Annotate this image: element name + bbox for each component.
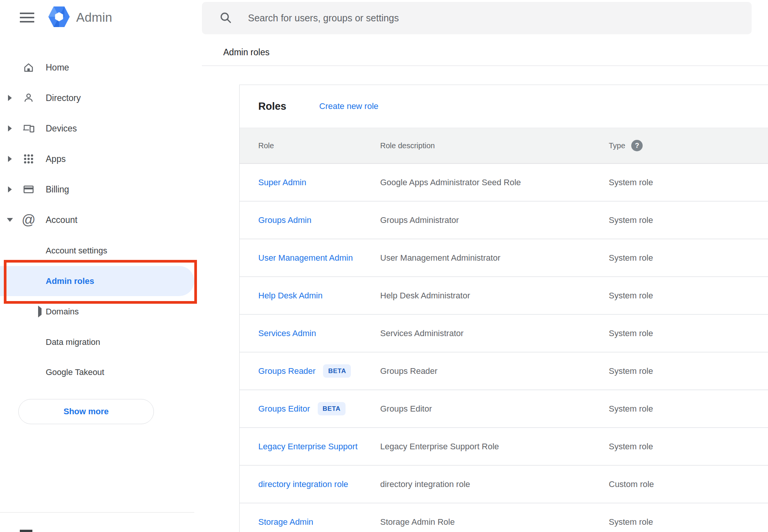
- column-header-role: Role: [240, 141, 380, 150]
- role-type: System role: [609, 178, 768, 187]
- admin-hexagon-logo-icon: [48, 6, 70, 29]
- table-row: Groups Editor BETA Groups Editor System …: [240, 390, 768, 428]
- sidebar-divider: [0, 512, 194, 513]
- role-description: Groups Reader: [380, 366, 609, 376]
- role-description: Storage Admin Role: [380, 517, 609, 527]
- role-type: System role: [609, 215, 768, 225]
- collapse-arrow-icon[interactable]: [7, 218, 13, 222]
- billing-card-icon: [22, 183, 35, 196]
- sidebar-item-billing[interactable]: Billing: [0, 174, 194, 205]
- role-description: directory integration role: [380, 479, 609, 489]
- role-description: Legacy Enterprise Support Role: [380, 442, 609, 452]
- table-row: Legacy Enterprise Support Legacy Enterpr…: [240, 428, 768, 466]
- expand-arrow-icon[interactable]: [7, 186, 13, 192]
- expand-arrow-icon[interactable]: [7, 125, 13, 131]
- table-row: directory integration role directory int…: [240, 466, 768, 503]
- sidebar-item-google-takeout[interactable]: Google Takeout: [0, 357, 194, 388]
- role-link[interactable]: User Management Admin: [258, 253, 353, 263]
- sidebar-item-apps[interactable]: Apps: [0, 144, 194, 174]
- expand-arrow-icon[interactable]: [7, 95, 13, 101]
- role-description: Services Administrator: [380, 328, 609, 338]
- person-icon: [22, 91, 35, 105]
- sidebar-item-data-migration[interactable]: Data migration: [0, 327, 194, 357]
- role-type: System role: [609, 253, 768, 263]
- sidebar-item-devices[interactable]: Devices: [0, 113, 194, 144]
- search-icon: [219, 11, 232, 26]
- table-row: Groups Admin Groups Administrator System…: [240, 202, 768, 239]
- sidebar-item-label: Billing: [46, 184, 69, 195]
- sidebar-item-label: Account: [46, 215, 77, 225]
- role-type: System role: [609, 328, 768, 338]
- show-more-button[interactable]: Show more: [18, 399, 154, 424]
- home-icon: [22, 61, 35, 74]
- roles-card: Roles Create new role Role Role descript…: [239, 85, 768, 532]
- sidebar-item-label: Home: [46, 62, 69, 73]
- column-header-description: Role description: [380, 141, 609, 150]
- table-row: User Management Admin User Management Ad…: [240, 239, 768, 277]
- sidebar-item-label: Devices: [46, 123, 77, 134]
- table-row: Services Admin Services Administrator Sy…: [240, 315, 768, 353]
- role-description: Help Desk Administrator: [380, 291, 609, 301]
- role-link[interactable]: Groups Admin: [258, 215, 311, 225]
- role-description: User Management Administrator: [380, 253, 609, 263]
- role-link[interactable]: Groups Editor: [258, 404, 310, 414]
- help-icon[interactable]: ?: [631, 140, 643, 151]
- clipped-icon-fragment: [20, 530, 32, 532]
- role-link[interactable]: directory integration role: [258, 479, 348, 489]
- role-type: System role: [609, 442, 768, 452]
- sidebar-item-label: Google Takeout: [46, 367, 104, 377]
- role-description: Groups Administrator: [380, 215, 609, 225]
- expand-arrow-icon[interactable]: [38, 308, 42, 315]
- role-type: System role: [609, 366, 768, 376]
- admin-logo[interactable]: Admin: [48, 6, 112, 29]
- sidebar-item-label: Domains: [46, 307, 79, 317]
- table-row: Storage Admin Storage Admin Role System …: [240, 503, 768, 532]
- sidebar-item-label: Directory: [46, 93, 81, 103]
- role-description: Google Apps Administrator Seed Role: [380, 178, 609, 187]
- search-input[interactable]: [247, 12, 704, 24]
- role-link[interactable]: Groups Reader: [258, 366, 315, 376]
- role-link[interactable]: Help Desk Admin: [258, 291, 323, 301]
- devices-icon: [22, 122, 35, 135]
- create-new-role-link[interactable]: Create new role: [319, 101, 378, 111]
- role-type: System role: [609, 517, 768, 527]
- breadcrumb: Admin roles: [223, 47, 269, 58]
- table-header-row: Role Role description Type ?: [240, 128, 768, 164]
- table-row: Help Desk Admin Help Desk Administrator …: [240, 277, 768, 315]
- admin-console-screen: Admin Admin roles Home Dir: [0, 0, 768, 532]
- sidebar-item-home[interactable]: Home: [0, 52, 194, 83]
- sidebar-item-directory[interactable]: Directory: [0, 83, 194, 113]
- role-type: System role: [609, 404, 768, 414]
- role-type: System role: [609, 291, 768, 301]
- role-link[interactable]: Storage Admin: [258, 517, 313, 527]
- table-row: Super Admin Google Apps Administrator Se…: [240, 164, 768, 202]
- sidebar-item-label: Data migration: [46, 337, 100, 347]
- apps-grid-icon: [22, 152, 35, 166]
- roles-card-header: Roles Create new role: [240, 85, 768, 128]
- header-divider: [202, 66, 768, 66]
- app-title: Admin: [76, 10, 112, 25]
- role-link[interactable]: Super Admin: [258, 178, 306, 187]
- role-description: Groups Editor: [380, 404, 609, 414]
- sidebar-item-label: Account settings: [46, 246, 107, 256]
- sidebar-item-domains[interactable]: Domains: [0, 296, 194, 327]
- role-type: Custom role: [609, 479, 768, 489]
- beta-badge: BETA: [318, 402, 346, 415]
- role-link[interactable]: Services Admin: [258, 328, 316, 338]
- beta-badge: BETA: [323, 364, 351, 378]
- column-header-type: Type ?: [609, 140, 768, 151]
- sidebar-item-account[interactable]: @ Account: [0, 205, 194, 235]
- card-title: Roles: [258, 101, 286, 112]
- table-row: Groups Reader BETA Groups Reader System …: [240, 353, 768, 390]
- at-sign-icon: @: [22, 213, 35, 227]
- expand-arrow-icon[interactable]: [7, 156, 13, 162]
- column-header-type-label: Type: [609, 141, 625, 150]
- sidebar-item-label: Apps: [46, 154, 66, 164]
- menu-icon[interactable]: [20, 13, 34, 23]
- search-bar[interactable]: [202, 2, 752, 34]
- role-link[interactable]: Legacy Enterprise Support: [258, 442, 358, 452]
